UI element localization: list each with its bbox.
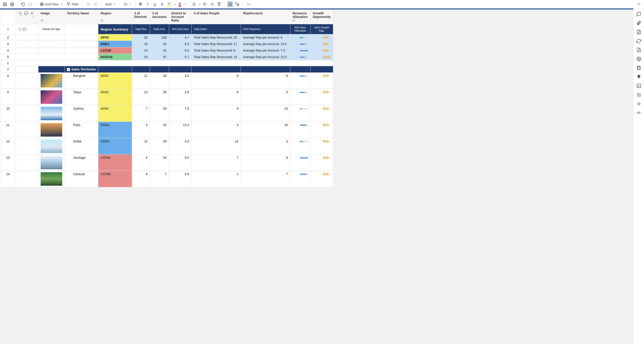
filter-button[interactable]: Filter — [65, 1, 80, 7]
svg-point-23 — [247, 4, 248, 4]
svg-rect-0 — [11, 4, 13, 6]
align-icon[interactable] — [191, 1, 198, 7]
print-icon[interactable] — [9, 1, 15, 7]
table-row[interactable]: 12 Dubai EMEA 12 39 3.3 14 3 ●●●●● $$$$ — [0, 138, 333, 155]
territory-name: Bangkok — [65, 73, 98, 89]
territory-name: Paris — [65, 122, 98, 138]
info-icon: ⓘ — [100, 19, 103, 23]
territory-image — [41, 90, 62, 104]
region-row[interactable]: 4 LATAM 14 61 5.0 Total Sales Rep Resour… — [0, 47, 333, 54]
highlight-dropdown-icon[interactable]: ▼ — [174, 3, 176, 5]
refresh-icon[interactable] — [636, 39, 641, 43]
font-picker[interactable]: Arial▼ — [103, 1, 117, 7]
territory-image — [41, 140, 62, 153]
col-attachments[interactable]: 📎 💬 🗑 i — [16, 10, 38, 24]
align-dropdown-icon[interactable]: ▼ — [199, 3, 201, 5]
territory-name: Santiago — [65, 155, 98, 171]
info-icon: ⓘ — [292, 19, 295, 23]
text-color-dropdown-icon[interactable]: ▼ — [184, 3, 186, 5]
redo-icon[interactable] — [27, 1, 34, 7]
highlight-tool-icon[interactable] — [234, 1, 240, 7]
table-row[interactable]: 10 Sydney APAC 7 53 7.6 4 13 ●●●●● $$$$ — [0, 105, 333, 122]
filter-label: Filter — [72, 2, 78, 6]
view-label: Grid View — [45, 2, 58, 6]
territory-image — [41, 74, 62, 87]
outdent-icon[interactable] — [85, 1, 92, 7]
svg-rect-19 — [218, 2, 220, 3]
region-row[interactable]: 2 APAC 32 133 4.7 Total Sales Rep Resour… — [0, 34, 333, 41]
idea-icon[interactable] — [636, 74, 641, 79]
chart-icon[interactable] — [636, 83, 641, 88]
more-icon[interactable] — [245, 1, 252, 7]
font-size-picker[interactable]: 10▼ — [122, 1, 133, 7]
add-page-icon[interactable] — [636, 47, 641, 52]
export-icon[interactable] — [636, 30, 641, 34]
strikethrough-icon[interactable]: S — [159, 1, 165, 7]
table-row[interactable]: 9 Tokyo APAC 14 36 2.6 8 5 ●●●●● $$$$ — [0, 89, 333, 105]
grid-icon — [40, 2, 44, 6]
col-growth[interactable]: Growth Opportunity — [310, 10, 333, 24]
collapse-icon[interactable] — [636, 1, 642, 7]
territory-name: Tokyo — [65, 89, 98, 105]
region-row[interactable]: 3 EMEA 16 92 8.3 Total Sales Rep Resourc… — [0, 41, 333, 47]
region-row[interactable]: 5 NORAM 24 97 5.7 Total Sales Rep Resour… — [0, 54, 333, 60]
diamond-icon[interactable] — [636, 101, 641, 106]
svg-point-24 — [248, 4, 248, 4]
view-switcher[interactable]: Grid View▼ — [38, 1, 64, 7]
comment-icon[interactable] — [636, 12, 641, 16]
col-sales-people[interactable]: # of Sales People — [191, 10, 241, 24]
col-resource-alloc[interactable]: Resource Allocationⓘ — [290, 10, 310, 24]
italic-icon[interactable]: I — [144, 1, 151, 7]
text-color-icon[interactable]: A — [177, 1, 183, 7]
table-row[interactable]: 8 Bangkok APAC 11 44 4.0 8 6 ●●●●● $$$$ — [0, 73, 333, 89]
col-rep-account[interactable]: Rep/Account — [241, 10, 290, 24]
save-icon[interactable] — [2, 1, 8, 7]
format-painter-icon[interactable] — [216, 1, 222, 7]
right-rail — [633, 8, 644, 344]
cloud-icon[interactable] — [636, 110, 641, 115]
svg-rect-36 — [637, 93, 638, 95]
conditional-format-icon[interactable] — [227, 1, 233, 7]
col-ratio[interactable]: District to Account Ratio — [169, 10, 191, 24]
territory-image — [41, 172, 62, 186]
svg-rect-39 — [639, 95, 640, 97]
territory-name: Sydney — [65, 105, 98, 122]
svg-rect-37 — [639, 93, 640, 95]
undo-icon[interactable] — [20, 1, 26, 7]
indent-icon[interactable] — [92, 1, 98, 7]
underline-icon[interactable]: U — [152, 1, 158, 7]
info-icon: ⓘ — [41, 19, 43, 23]
table-row[interactable]: 14 Caracas LATAM 8 7 0.9 1 7 ●●●●● $$$$ — [0, 171, 333, 187]
col-region[interactable]: Regionⓘ — [98, 10, 132, 24]
filter-icon — [67, 2, 70, 6]
col-districts[interactable]: # of Districts — [132, 10, 150, 24]
toolbar: Grid View▼ Filter Arial▼ 10▼ B I U S ▼ A… — [0, 0, 644, 8]
territory-image — [41, 123, 62, 137]
collapse-icon[interactable]: − — [67, 68, 70, 71]
svg-marker-6 — [67, 3, 70, 5]
svg-rect-31 — [638, 67, 640, 70]
table-row[interactable]: 11 Paris EMEA 4 53 13.3 3 18 ●●●●● $$$$ — [0, 122, 333, 138]
activity-icon[interactable] — [636, 56, 641, 61]
bold-icon[interactable]: B — [138, 1, 144, 7]
territory-image — [41, 107, 62, 120]
territories-header[interactable]: −Sales Territories — [65, 66, 98, 73]
grid-table[interactable]: 📎 💬 🗑 i Imageⓘ Territory Name Regionⓘ # … — [0, 9, 333, 187]
table-row[interactable]: 13 Santiago LATAM 6 54 9.0 7 8 ●●●●● $$$… — [0, 155, 333, 171]
corner-cell[interactable] — [0, 10, 16, 24]
attachment-icon[interactable] — [636, 21, 641, 25]
territory-name: Caracas — [65, 171, 98, 187]
highlight-color-icon[interactable] — [166, 1, 172, 7]
territory-name: Dubai — [65, 138, 98, 155]
wrap-icon[interactable] — [202, 1, 208, 7]
col-image[interactable]: Imageⓘ — [38, 10, 65, 24]
svg-rect-38 — [637, 95, 638, 97]
svg-rect-1 — [40, 3, 43, 5]
svg-point-25 — [249, 4, 250, 4]
territory-image — [41, 156, 62, 169]
col-territory[interactable]: Territory Name — [65, 10, 98, 24]
document-icon[interactable] — [636, 65, 641, 70]
clear-format-icon[interactable] — [209, 1, 215, 7]
apps-icon[interactable] — [636, 92, 641, 97]
col-accounts[interactable]: # of Accounts — [150, 10, 169, 24]
